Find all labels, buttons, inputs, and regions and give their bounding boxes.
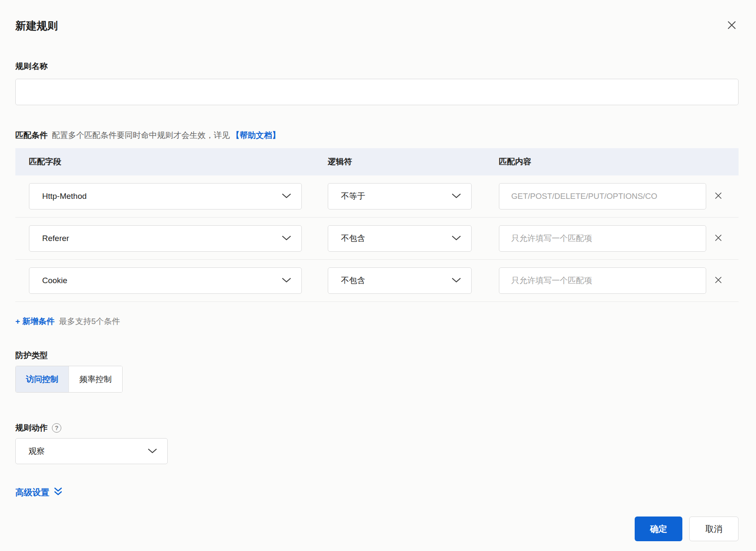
conditions-table-header: 匹配字段 逻辑符 匹配内容 [15, 148, 739, 175]
match-content-input[interactable] [499, 225, 706, 252]
match-content-input[interactable] [499, 183, 706, 209]
delete-condition-button[interactable] [711, 189, 725, 203]
rule-name-input[interactable] [15, 79, 739, 105]
operator-select[interactable]: 不包含 [328, 267, 472, 294]
delete-condition-button[interactable] [711, 274, 725, 287]
operator-value: 不包含 [341, 233, 365, 244]
chevron-down-icon [282, 192, 291, 200]
match-field-value: Referer [42, 234, 69, 243]
condition-row: Http-Method 不等于 [15, 175, 739, 218]
condition-row: Cookie 不包含 [15, 260, 739, 302]
match-section-subtitle: 配置多个匹配条件要同时命中规则才会生效，详见 [52, 130, 230, 141]
match-field-select[interactable]: Http-Method [29, 183, 302, 209]
operator-select[interactable]: 不包含 [328, 225, 472, 252]
double-chevron-down-icon [49, 487, 63, 498]
operator-value: 不等于 [341, 191, 365, 202]
confirm-button[interactable]: 确定 [635, 517, 682, 541]
chevron-down-icon [452, 235, 461, 242]
help-doc-link[interactable]: 【帮助文档】 [232, 130, 280, 141]
dialog-header: 新建规则 [15, 19, 739, 32]
match-field-value: Cookie [42, 276, 67, 285]
rule-action-select[interactable]: 观察 [15, 438, 168, 464]
chevron-down-icon [452, 192, 461, 200]
column-header-operator: 逻辑符 [328, 156, 472, 167]
new-rule-dialog: 新建规则 规则名称 匹配条件 配置多个匹配条件要同时命中规则才会生效，详见 【帮… [0, 19, 756, 541]
delete-condition-button[interactable] [711, 232, 725, 245]
protection-type-label: 防护类型 [15, 350, 739, 361]
help-icon[interactable]: ? [52, 423, 61, 433]
match-section-heading: 匹配条件 配置多个匹配条件要同时命中规则才会生效，详见 【帮助文档】 [15, 130, 739, 141]
delete-icon [714, 276, 722, 286]
add-condition-row: + 新增条件 最多支持5个条件 [15, 316, 739, 327]
match-field-value: Http-Method [42, 192, 87, 201]
close-button[interactable] [725, 20, 738, 32]
match-content-input[interactable] [499, 267, 706, 294]
rule-action-value: 观察 [29, 446, 45, 457]
conditions-table: 匹配字段 逻辑符 匹配内容 Http-Method 不等于 [15, 148, 739, 302]
advanced-settings-toggle[interactable]: 高级设置 [15, 486, 739, 498]
chevron-down-icon [282, 277, 291, 284]
close-icon [726, 19, 738, 33]
condition-row: Referer 不包含 [15, 218, 739, 260]
chevron-down-icon [452, 277, 461, 284]
dialog-footer: 确定 取消 [15, 517, 739, 541]
protection-type-segmented-control: 访问控制 频率控制 [15, 366, 123, 393]
rule-name-label: 规则名称 [15, 61, 739, 72]
chevron-down-icon [282, 235, 291, 242]
segment-access-control[interactable]: 访问控制 [16, 366, 69, 392]
operator-value: 不包含 [341, 275, 365, 286]
column-header-content: 匹配内容 [499, 156, 706, 167]
cancel-button[interactable]: 取消 [689, 517, 739, 541]
delete-icon [714, 192, 722, 201]
delete-icon [714, 234, 722, 244]
rule-action-label: 规则动作 [15, 422, 48, 433]
operator-select[interactable]: 不等于 [328, 183, 472, 209]
column-header-field: 匹配字段 [29, 156, 302, 167]
match-field-select[interactable]: Referer [29, 225, 302, 252]
add-condition-button[interactable]: + 新增条件 [15, 316, 54, 327]
match-field-select[interactable]: Cookie [29, 267, 302, 294]
chevron-down-icon [148, 448, 157, 455]
dialog-title: 新建规则 [15, 19, 58, 32]
rule-action-label-row: 规则动作 ? [15, 422, 739, 433]
segment-rate-control[interactable]: 频率控制 [69, 366, 122, 392]
add-condition-hint: 最多支持5个条件 [59, 316, 120, 327]
advanced-settings-label: 高级设置 [15, 486, 49, 498]
match-section-title: 匹配条件 [15, 130, 48, 141]
